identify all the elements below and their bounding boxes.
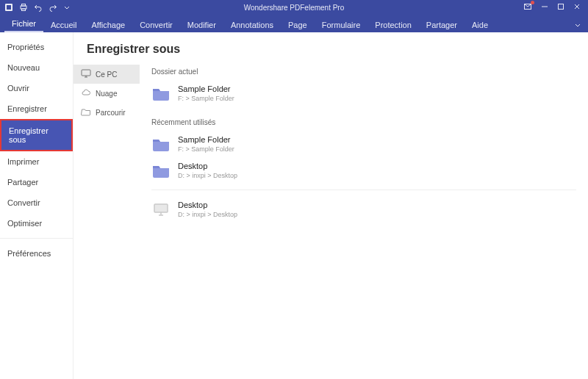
sidebar-item-proprietes[interactable]: Propriétés: [0, 37, 73, 57]
maximize-icon[interactable]: [557, 3, 564, 12]
location-ce-pc[interactable]: Ce PC: [74, 65, 140, 84]
tab-annotations[interactable]: Annotations: [223, 18, 281, 32]
collapse-ribbon-icon[interactable]: [573, 21, 582, 29]
location-label: Parcourir: [96, 109, 126, 117]
recent-folders-label: Récemment utilisés: [151, 114, 576, 131]
sidebar-divider: [0, 238, 73, 239]
sidebar-item-optimiser[interactable]: Optimiser: [0, 213, 73, 234]
svg-rect-2: [21, 6, 26, 9]
folder-name: Sample Folder: [178, 135, 234, 144]
redo-icon[interactable]: [49, 3, 57, 12]
sidebar-item-nouveau[interactable]: Nouveau: [0, 57, 73, 78]
sidebar-item-preferences[interactable]: Préférences: [0, 243, 73, 264]
svg-rect-4: [22, 9, 26, 11]
title-bar: Wondershare PDFelement Pro: [0, 0, 588, 15]
main-body: Propriétés Nouveau Ouvrir Enregistrer En…: [0, 32, 588, 379]
chevron-down-icon[interactable]: [63, 4, 71, 11]
quick-access-toolbar: [4, 3, 71, 12]
tab-fichier[interactable]: Fichier: [4, 16, 43, 32]
current-folder-label: Dossier actuel: [151, 63, 576, 80]
app-logo-icon: [4, 3, 13, 12]
sidebar-item-ouvrir[interactable]: Ouvrir: [0, 78, 73, 98]
file-sidebar: Propriétés Nouveau Ouvrir Enregistrer En…: [0, 32, 74, 379]
tab-affichage[interactable]: Affichage: [84, 18, 132, 32]
folder-name: Desktop: [178, 201, 237, 209]
window-controls: [523, 2, 584, 12]
sidebar-item-convertir[interactable]: Convertir: [0, 192, 73, 213]
window-title: Wondershare PDFelement Pro: [0, 4, 588, 12]
folder-icon: [151, 85, 171, 101]
tab-convertir[interactable]: Convertir: [132, 18, 180, 32]
tab-aide[interactable]: Aide: [465, 18, 495, 32]
tab-partager[interactable]: Partager: [419, 18, 465, 32]
print-icon[interactable]: [19, 3, 28, 12]
monitor-icon: [151, 201, 171, 217]
tab-formulaire[interactable]: Formulaire: [315, 18, 368, 32]
undo-icon[interactable]: [34, 3, 43, 12]
svg-rect-1: [7, 5, 11, 10]
notification-dot-icon: [531, 1, 534, 4]
tab-accueil[interactable]: Accueil: [43, 18, 84, 32]
folder-path: F: > Sample Folder: [178, 145, 234, 153]
minimize-icon[interactable]: [541, 3, 548, 12]
recent-folder-row[interactable]: Sample Folder F: > Sample Folder: [151, 131, 576, 157]
ribbon-tabs: Fichier Accueil Affichage Convertir Modi…: [0, 15, 588, 32]
location-parcourir[interactable]: Parcourir: [74, 103, 140, 122]
svg-rect-3: [22, 4, 26, 7]
notification-icon[interactable]: [523, 2, 532, 12]
folder-icon: [151, 162, 171, 178]
separator: [151, 190, 576, 190]
tab-modifier[interactable]: Modifier: [180, 18, 223, 32]
folder-path: D: > inxpi > Desktop: [178, 211, 237, 218]
svg-rect-13: [154, 204, 168, 212]
location-nuage[interactable]: Nuage: [74, 84, 140, 103]
sidebar-item-enregistrer[interactable]: Enregistrer: [0, 98, 73, 119]
page-heading: Enregistrer sous: [74, 32, 588, 63]
recent-folder-row[interactable]: Desktop D: > inxpi > Desktop: [151, 157, 576, 184]
cloud-icon: [81, 88, 91, 98]
folder-icon: [151, 136, 171, 152]
tab-protection[interactable]: Protection: [368, 18, 419, 32]
tab-page[interactable]: Page: [281, 18, 315, 32]
sidebar-item-imprimer[interactable]: Imprimer: [0, 151, 73, 172]
sidebar-item-enregistrer-sous[interactable]: Enregistrer sous: [0, 119, 73, 151]
folder-path: F: > Sample Folder: [178, 95, 234, 102]
location-label: Ce PC: [96, 71, 117, 79]
folder-column: Dossier actuel Sample Folder F: > Sample…: [140, 63, 588, 379]
monitor-icon: [81, 69, 91, 79]
main-pane: Enregistrer sous Ce PC Nuage: [74, 32, 588, 379]
folder-path: D: > inxpi > Desktop: [178, 172, 237, 179]
location-label: Nuage: [96, 90, 117, 98]
folder-open-icon: [81, 107, 91, 118]
recent-folder-row[interactable]: Desktop D: > inxpi > Desktop: [151, 196, 576, 223]
sidebar-item-partager[interactable]: Partager: [0, 172, 73, 192]
close-icon[interactable]: [573, 3, 581, 12]
folder-name: Desktop: [178, 162, 237, 170]
svg-rect-7: [559, 4, 564, 10]
svg-rect-10: [82, 70, 90, 76]
current-folder-row[interactable]: Sample Folder F: > Sample Folder: [151, 80, 576, 107]
location-list: Ce PC Nuage Parcourir: [74, 63, 140, 379]
folder-name: Sample Folder: [178, 84, 234, 93]
